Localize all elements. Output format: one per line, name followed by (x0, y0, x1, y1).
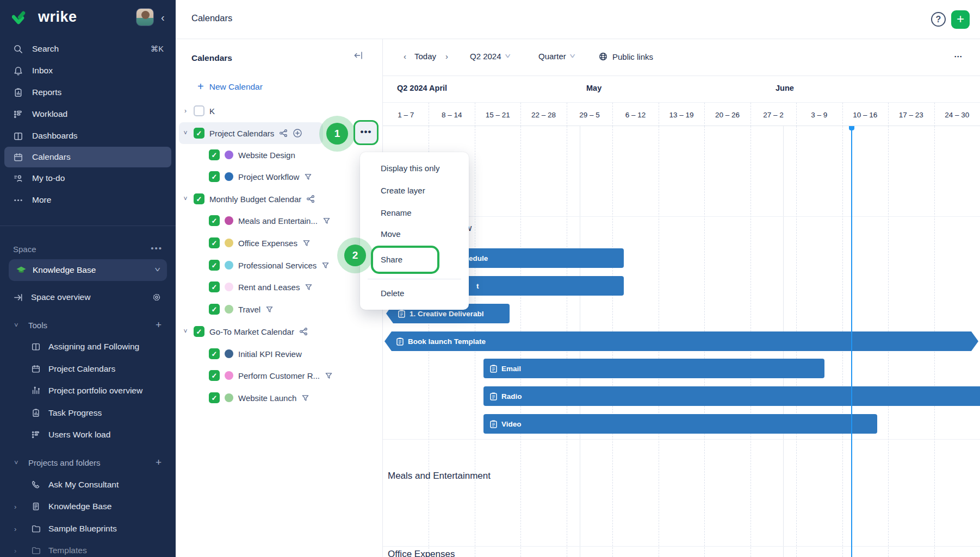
sidebar-item-sample-blueprints[interactable]: › Sample Blueprints (0, 518, 176, 540)
calendar-options-button[interactable]: ••• (353, 120, 379, 145)
sidebar-item-ask-my-consultant[interactable]: Ask My Consultant (0, 474, 176, 496)
add-tool-icon[interactable]: + (156, 319, 162, 331)
menu-item-create-layer[interactable]: Create layer (360, 180, 469, 202)
sidebar-item-task-progress[interactable]: Task Progress (0, 402, 176, 424)
task-bar-email[interactable]: Email (483, 359, 824, 378)
tree-row-travel[interactable]: ✓ Travel (176, 298, 383, 320)
filter-icon[interactable] (321, 261, 330, 270)
checkbox-checked[interactable]: ✓ (209, 392, 220, 403)
filter-icon[interactable] (304, 173, 312, 181)
checkbox-checked[interactable]: ✓ (209, 348, 220, 359)
today-button[interactable]: Today (414, 52, 436, 61)
week-cell[interactable]: 10 – 16 (842, 103, 888, 127)
sidebar-item-workload[interactable]: Workload (0, 103, 176, 125)
add-project-icon[interactable]: + (156, 456, 162, 468)
sidebar-item-more[interactable]: More (0, 189, 176, 211)
week-cell[interactable]: 3 – 9 (796, 103, 842, 127)
filter-icon[interactable] (302, 239, 311, 247)
task-bar-video[interactable]: Video (483, 414, 877, 434)
filter-icon[interactable] (265, 305, 274, 314)
checkbox-checked[interactable]: ✓ (209, 237, 220, 248)
checkbox-checked[interactable]: ✓ (209, 215, 220, 226)
sidebar-item-users-work-load[interactable]: Users Work load (0, 424, 176, 446)
week-cell[interactable]: 15 – 21 (475, 103, 520, 127)
checkbox-checked[interactable]: ✓ (194, 326, 204, 337)
week-cell[interactable]: 27 – 2 (750, 103, 796, 127)
week-cell[interactable]: 20 – 26 (704, 103, 750, 127)
tree-row-k[interactable]: › K (176, 100, 383, 122)
filter-icon[interactable] (325, 372, 333, 380)
checkbox-checked[interactable]: ✓ (194, 128, 204, 139)
share-icon[interactable] (306, 195, 315, 203)
tools-section-header[interactable]: ˅ Tools + (0, 314, 176, 336)
sidebar-item-space-overview[interactable]: Space overview (0, 286, 176, 308)
tree-row-meals-and-entertainment[interactable]: ✓ Meals and Entertain... (176, 210, 383, 231)
checkbox-checked[interactable]: ✓ (209, 149, 220, 160)
tree-row-rent-and-leases[interactable]: ✓ Rent and Leases (176, 276, 383, 298)
gear-icon[interactable] (152, 292, 162, 302)
tree-row-website-launch[interactable]: ✓ Website Launch (176, 387, 383, 409)
checkbox-checked[interactable]: ✓ (209, 171, 220, 182)
sidebar-item-templates[interactable]: › Templates (0, 540, 176, 557)
sidebar-item-search[interactable]: Search ⌘K (0, 38, 176, 60)
sidebar-item-dashboards[interactable]: Dashboards (0, 125, 176, 147)
prev-period-icon[interactable]: ‹ (404, 52, 406, 61)
sidebar-item-project-portfolio-overview[interactable]: Project portfolio overview (0, 380, 176, 402)
checkbox-checked[interactable]: ✓ (209, 281, 220, 292)
filter-icon[interactable] (305, 283, 313, 291)
wrike-logo[interactable]: wrike (12, 9, 77, 26)
sidebar-item-reports[interactable]: Reports (0, 82, 176, 103)
sidebar-item-inbox[interactable]: Inbox (0, 60, 176, 82)
week-cell[interactable]: 22 – 28 (520, 103, 566, 127)
help-button[interactable]: ? (931, 12, 946, 27)
tree-row-monthly-budget-calendar[interactable]: ˅ ✓ Monthly Budget Calendar (176, 188, 383, 210)
sidebar-item-my-todo[interactable]: My to-do (0, 167, 176, 189)
public-links-button[interactable]: Public links (598, 52, 653, 61)
checkbox-checked[interactable]: ✓ (209, 260, 220, 271)
filter-icon[interactable] (301, 394, 309, 402)
sidebar-item-knowledge-base-folder[interactable]: › Knowledge Base (0, 496, 176, 517)
projects-and-folders-section-header[interactable]: ˅ Projects and folders + (0, 452, 176, 473)
add-calendar-icon[interactable] (293, 128, 302, 138)
menu-item-move[interactable]: Move (360, 223, 469, 245)
avatar[interactable] (136, 8, 154, 26)
share-icon[interactable] (299, 327, 308, 336)
menu-item-share[interactable]: Share (373, 248, 437, 272)
collapse-panel-icon[interactable] (353, 50, 364, 61)
sidebar-item-project-calendars[interactable]: Project Calendars (0, 358, 176, 380)
next-period-icon[interactable]: › (445, 52, 448, 61)
create-button[interactable]: + (951, 10, 970, 29)
period-selector[interactable]: Q2 2024 ˅ (470, 52, 510, 61)
filter-icon[interactable] (322, 217, 331, 225)
week-cell[interactable]: 24 – 30 (934, 103, 980, 127)
week-cell[interactable]: 8 – 14 (429, 103, 474, 127)
sidebar-item-assigning-and-following[interactable]: Assigning and Following (0, 336, 176, 358)
menu-item-rename[interactable]: Rename (360, 202, 469, 224)
menu-item-display-this-only[interactable]: Display this only (360, 158, 469, 179)
zoom-selector[interactable]: Quarter ˅ (538, 52, 574, 61)
menu-item-delete[interactable]: Delete (360, 283, 469, 304)
week-cell[interactable]: 29 – 5 (567, 103, 612, 127)
checkbox-checked[interactable]: ✓ (209, 370, 220, 381)
share-icon[interactable] (279, 129, 288, 137)
tree-row-project-calendars[interactable]: ˅ ✓ Project Calendars (176, 122, 383, 144)
task-bar-book-launch-template[interactable]: Book launch Template (384, 331, 978, 351)
week-cell[interactable]: 17 – 23 (888, 103, 934, 127)
week-cell[interactable]: 1 – 7 (383, 103, 429, 127)
week-cell[interactable]: 6 – 12 (612, 103, 658, 127)
tree-row-project-workflow[interactable]: ✓ Project Workflow (176, 166, 383, 187)
tree-row-website-design[interactable]: ✓ Website Design (176, 144, 383, 166)
week-cell[interactable]: 13 – 19 (659, 103, 704, 127)
checkbox-checked[interactable]: ✓ (194, 193, 204, 204)
sidebar-collapse-icon[interactable]: ‹ (161, 12, 165, 23)
space-selector[interactable]: Knowledge Base ˅ (9, 259, 167, 281)
sidebar-item-calendars[interactable]: Calendars (4, 147, 171, 167)
new-calendar-button[interactable]: + New Calendar (197, 80, 263, 93)
tree-row-go-to-market-calendar[interactable]: ˅ ✓ Go-To Market Calendar (176, 321, 383, 342)
checkbox-unchecked[interactable] (194, 105, 204, 116)
task-bar-radio[interactable]: Radio (483, 386, 980, 406)
space-more-icon[interactable]: ••• (151, 243, 163, 253)
tree-row-initial-kpi-review[interactable]: ✓ Initial KPI Review (176, 343, 383, 365)
timeline-more-button[interactable]: ⋯ (954, 52, 963, 61)
checkbox-checked[interactable]: ✓ (209, 304, 220, 315)
